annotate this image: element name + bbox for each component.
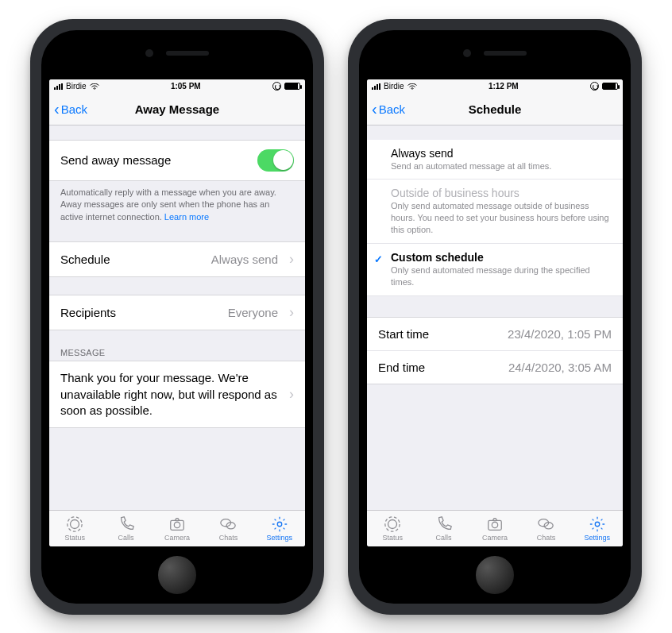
- phone-left: Birdie 1:05 PM ‹ Back Away Message: [30, 19, 324, 615]
- schedule-label: Schedule: [60, 253, 110, 266]
- screen-schedule: Birdie 1:12 PM ‹ Back Schedule: [367, 79, 623, 546]
- signal-icon: [54, 83, 63, 90]
- start-time-value: 23/4/2020, 1:05 PM: [508, 327, 612, 341]
- end-time-label: End time: [378, 361, 425, 374]
- wifi-icon: [90, 83, 99, 90]
- rotation-lock-icon: [590, 82, 599, 91]
- toggle-label: Send away message: [60, 153, 171, 167]
- option-desc: Send an automated message at all times.: [391, 160, 612, 172]
- chats-icon: [537, 515, 554, 533]
- option-outside-hours: Outside of business hours Only send auto…: [367, 179, 623, 244]
- clock: 1:05 PM: [99, 82, 272, 91]
- svg-point-8: [411, 88, 412, 89]
- svg-point-7: [277, 522, 282, 527]
- chevron-right-icon: ›: [289, 304, 294, 321]
- footer-hint: Automatically reply with a message when …: [49, 181, 305, 225]
- end-time-row[interactable]: End time 24/4/2020, 3:05 AM: [367, 350, 623, 384]
- status-icon: [384, 515, 401, 533]
- screen-away-message: Birdie 1:05 PM ‹ Back Away Message: [49, 79, 305, 546]
- carrier-label: Birdie: [66, 82, 87, 91]
- content: Always send Send an automated message at…: [367, 125, 623, 510]
- back-button[interactable]: ‹ Back: [49, 101, 87, 117]
- chats-icon: [219, 515, 237, 533]
- tab-bar: Status Calls Camera Chats Settings: [367, 510, 623, 546]
- option-title: Always send: [391, 147, 612, 160]
- page-title: Schedule: [367, 102, 623, 116]
- svg-point-9: [388, 519, 397, 528]
- nav-bar: ‹ Back Schedule: [367, 94, 623, 125]
- option-desc: Only send automated message during the s…: [391, 264, 612, 288]
- check-icon: ✓: [374, 253, 383, 265]
- svg-point-4: [174, 522, 180, 527]
- option-title: Custom schedule: [391, 251, 612, 264]
- tab-bar: Status Calls Camera Chats Settings: [49, 510, 305, 546]
- back-label: Back: [61, 102, 87, 116]
- back-button[interactable]: ‹ Back: [367, 101, 405, 117]
- carrier-label: Birdie: [384, 82, 404, 91]
- message-row[interactable]: Thank you for your message. We're unavai…: [49, 361, 305, 428]
- start-time-label: Start time: [378, 327, 429, 341]
- tab-chats[interactable]: Chats: [520, 511, 571, 546]
- home-button[interactable]: [474, 554, 516, 596]
- tab-settings[interactable]: Settings: [572, 511, 623, 546]
- phone-bezel: Birdie 1:12 PM ‹ Back Schedule: [359, 30, 631, 604]
- svg-point-15: [595, 522, 600, 527]
- phone-icon: [118, 515, 135, 533]
- tab-status[interactable]: Status: [367, 511, 418, 546]
- battery-icon: [602, 83, 618, 90]
- svg-point-2: [68, 516, 82, 531]
- message-header: MESSAGE: [49, 348, 305, 361]
- tab-settings[interactable]: Settings: [254, 511, 305, 546]
- wifi-icon: [407, 83, 417, 90]
- tab-calls[interactable]: Calls: [100, 511, 151, 546]
- rotation-lock-icon: [272, 82, 281, 91]
- nav-bar: ‹ Back Away Message: [49, 94, 305, 125]
- tab-camera[interactable]: Camera: [469, 511, 520, 546]
- chevron-left-icon: ‹: [54, 101, 60, 117]
- clock: 1:12 PM: [417, 82, 590, 91]
- svg-point-1: [71, 519, 79, 528]
- tab-chats[interactable]: Chats: [203, 511, 253, 546]
- content: Send away message Automatically reply wi…: [49, 125, 305, 510]
- battery-icon: [284, 83, 300, 90]
- chevron-left-icon: ‹: [372, 101, 377, 117]
- schedule-value: Always send: [211, 253, 278, 266]
- status-icon: [66, 515, 83, 533]
- option-title: Outside of business hours: [391, 187, 612, 199]
- phone-icon: [435, 515, 453, 533]
- schedule-row[interactable]: Schedule Always send ›: [49, 241, 305, 277]
- svg-point-12: [492, 522, 497, 527]
- chevron-right-icon: ›: [289, 386, 294, 403]
- tab-camera[interactable]: Camera: [152, 511, 203, 546]
- tab-status[interactable]: Status: [49, 511, 100, 546]
- svg-point-0: [94, 88, 95, 89]
- option-custom-schedule[interactable]: ✓ Custom schedule Only send automated me…: [367, 244, 623, 296]
- tab-calls[interactable]: Calls: [418, 511, 469, 546]
- chevron-right-icon: ›: [289, 251, 294, 268]
- page-title: Away Message: [49, 102, 305, 116]
- camera-icon: [486, 515, 504, 533]
- toggle-switch[interactable]: [257, 149, 294, 172]
- status-bar: Birdie 1:12 PM: [367, 79, 623, 94]
- start-time-row[interactable]: Start time 23/4/2020, 1:05 PM: [367, 318, 623, 350]
- phone-bezel: Birdie 1:05 PM ‹ Back Away Message: [41, 30, 313, 604]
- message-body: Thank you for your message. We're unavai…: [60, 370, 278, 419]
- back-label: Back: [379, 102, 405, 116]
- phone-sensors: [41, 49, 313, 57]
- recipients-value: Everyone: [228, 306, 278, 319]
- option-always-send[interactable]: Always send Send an automated message at…: [367, 140, 623, 180]
- home-button[interactable]: [156, 554, 198, 596]
- end-time-value: 24/4/2020, 3:05 AM: [508, 361, 612, 374]
- send-away-toggle-row[interactable]: Send away message: [49, 140, 305, 181]
- svg-point-10: [385, 516, 400, 531]
- learn-more-link[interactable]: Learn more: [164, 212, 209, 222]
- option-desc: Only send automated message outside of b…: [391, 200, 612, 236]
- signal-icon: [372, 83, 380, 90]
- camera-icon: [168, 515, 186, 533]
- phone-sensors: [359, 49, 631, 57]
- gear-icon: [589, 515, 606, 533]
- phone-right: Birdie 1:12 PM ‹ Back Schedule: [348, 19, 642, 615]
- recipients-row[interactable]: Recipients Everyone ›: [49, 295, 305, 330]
- recipients-label: Recipients: [60, 306, 116, 319]
- gear-icon: [271, 515, 288, 533]
